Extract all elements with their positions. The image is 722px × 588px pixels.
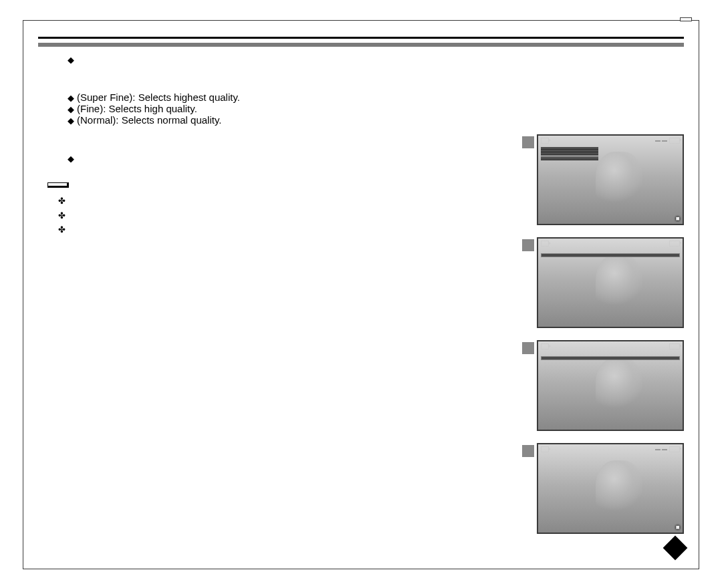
lcd-topbar: [538, 341, 683, 351]
lcd-topbar: [538, 444, 683, 454]
screenshot-number: [522, 239, 534, 251]
menu-item: [541, 158, 598, 160]
camcorder-icon: [541, 241, 549, 247]
section-heading: [38, 43, 684, 47]
step-sub: ◆: [68, 53, 515, 65]
screenshot-5: ■: [537, 443, 684, 531]
camcorder-icon: [541, 138, 549, 144]
battery-icon: [669, 138, 680, 144]
screenshot-3: [537, 237, 684, 325]
step-sub: ◆(Super Fine): Selects highest quality.: [68, 92, 515, 103]
size-badge: [662, 449, 667, 450]
step: ◆: [47, 152, 515, 164]
lcd-menu: [541, 147, 598, 160]
note-item: ✤: [58, 223, 526, 237]
screenshot-2: ■: [537, 134, 684, 223]
camcorder-icon: [541, 343, 549, 349]
quality-badge: [655, 140, 660, 142]
lcd-screen: ■: [537, 134, 684, 225]
notes-list: ✤ ✤ ✤: [58, 194, 526, 237]
step-sub: ◆: [68, 152, 515, 164]
lcd-settings: [541, 251, 680, 265]
lcd-screen: ■: [537, 443, 684, 534]
lcd-topbar: [538, 239, 683, 249]
battery-icon: [669, 343, 680, 349]
page-number-badge: [664, 537, 687, 559]
language-label: [680, 17, 692, 21]
lcd-settings: [541, 353, 680, 368]
quality-badge: [655, 449, 660, 450]
note-item: ✤: [58, 209, 526, 223]
step-sub: ◆(Normal): Selects normal quality.: [68, 114, 515, 126]
screenshot-column: ■: [537, 134, 684, 546]
screenshot-number: [522, 136, 534, 148]
battery-icon: [669, 446, 680, 452]
note-item: ✤: [58, 194, 526, 208]
battery-icon: [669, 241, 680, 247]
screenshot-number: [522, 445, 534, 457]
notes-heading: [47, 182, 69, 188]
page-frame: ◆ ◆(Super Fine): Selects highest quality…: [23, 20, 699, 569]
step: ◆: [47, 53, 515, 65]
lcd-screen: [537, 340, 684, 431]
size-badge: [662, 140, 667, 142]
screenshot-number: [522, 342, 534, 354]
screenshot-4: [537, 340, 684, 428]
lcd-screen: [537, 237, 684, 328]
camcorder-icon: [541, 446, 549, 452]
lcd-bottom: ■: [541, 523, 680, 531]
lcd-bottom: ■: [541, 214, 680, 222]
title-rule: [38, 37, 684, 39]
step-sub: ◆(Fine): Selects high quality.: [68, 103, 515, 114]
step: ◆(Super Fine): Selects highest quality. …: [47, 92, 515, 126]
lcd-topbar: [538, 136, 683, 146]
